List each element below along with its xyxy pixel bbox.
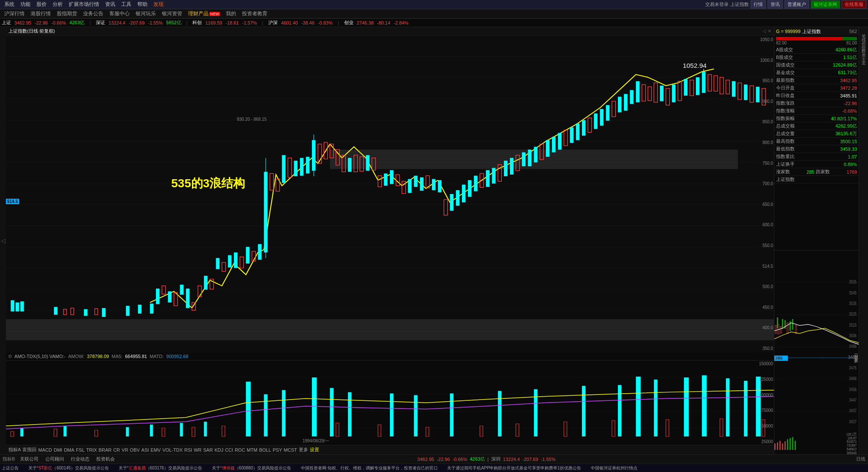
- ind-emv[interactable]: EMV: [150, 447, 161, 453]
- kc-price: 1169.59: [205, 20, 222, 25]
- btn-games[interactable]: 银河玩乐: [133, 10, 159, 17]
- buysell-section: 82.00 81.00: [774, 36, 859, 46]
- close-icon[interactable]: ✕: [768, 28, 771, 34]
- svg-rect-168: [390, 394, 393, 436]
- svg-text:3486: 3486: [848, 355, 857, 360]
- svg-rect-50: [288, 158, 291, 178]
- ind-settings[interactable]: 设置: [310, 447, 319, 453]
- menu-discover[interactable]: 发现: [151, 1, 166, 8]
- ind-sar[interactable]: SAR: [203, 447, 213, 453]
- sz-price: 13224.4: [108, 20, 125, 25]
- line-btn[interactable]: 线: [860, 33, 868, 36]
- row-prev-close: 昨日收盘 3485.91: [774, 92, 859, 100]
- ind-trix[interactable]: TRIX: [86, 447, 97, 453]
- btn-service[interactable]: 客服中心: [107, 10, 132, 17]
- price-btn[interactable]: 价: [860, 36, 868, 40]
- login-status: 交易未登录: [705, 1, 729, 8]
- svg-rect-26: [71, 308, 74, 315]
- ind-obv[interactable]: OBV: [130, 447, 139, 453]
- ind-roc[interactable]: ROC: [235, 447, 245, 453]
- left-arrow-btn[interactable]: ◁: [0, 27, 6, 454]
- account-btn[interactable]: 普通账户: [785, 0, 809, 8]
- industry-dynamics[interactable]: 行业动态: [71, 456, 89, 462]
- ind-cci[interactable]: CCI: [225, 447, 233, 453]
- kc-pct: -1.57%: [242, 20, 257, 25]
- svg-rect-97: [570, 128, 573, 143]
- ind-fsl[interactable]: FSL: [76, 447, 84, 453]
- ind-wr[interactable]: WR: [194, 447, 201, 453]
- investment-opportunity[interactable]: 投资机会: [96, 456, 115, 462]
- btn-assets[interactable]: 银河资管: [159, 10, 185, 17]
- ind-psy[interactable]: PSY: [273, 447, 282, 453]
- btn-shanghai[interactable]: 沪深行情: [2, 10, 27, 17]
- menu-extended[interactable]: 扩展市场行情: [66, 1, 102, 8]
- ind-asi[interactable]: ASI: [142, 447, 149, 453]
- menu-system[interactable]: 系统: [2, 1, 17, 8]
- company-related[interactable]: 关联公司: [20, 456, 39, 462]
- svg-rect-169: [414, 395, 417, 437]
- right-tool-buttons: 笔 线 价 组 数 类 主 走: [859, 27, 868, 454]
- svg-rect-103: [606, 105, 609, 121]
- pen-btn[interactable]: 笔: [860, 29, 868, 32]
- btn-futures[interactable]: 股指期货: [54, 10, 80, 17]
- btn-financial[interactable]: 理财产品NEW: [186, 10, 223, 17]
- btn-hongkong[interactable]: 港股行情: [28, 10, 53, 17]
- main-btn[interactable]: 主: [860, 52, 868, 55]
- bank-btn[interactable]: 银河证券网: [811, 0, 840, 8]
- num-btn[interactable]: 数: [860, 44, 868, 47]
- svg-rect-108: [636, 81, 639, 103]
- group-btn[interactable]: 组: [860, 40, 868, 44]
- svg-rect-104: [612, 101, 615, 117]
- svg-rect-113: [666, 89, 669, 105]
- svg-rect-203: [790, 438, 791, 450]
- btn-mine[interactable]: 我的: [223, 10, 239, 17]
- info-btn[interactable]: 资讯: [768, 0, 783, 8]
- ind-mtm[interactable]: MTM: [247, 447, 257, 453]
- market-btn[interactable]: 行情: [751, 0, 766, 8]
- ind-cr[interactable]: CR: [113, 447, 120, 453]
- second-toolbar: 沪深行情 港股行情 股指期货 业务公告 客服中心 银河玩乐 银河资管 理财产品N…: [0, 9, 868, 19]
- svg-rect-110: [648, 87, 651, 101]
- ind-boll[interactable]: BOLL: [259, 447, 271, 453]
- svg-rect-172: [534, 389, 537, 436]
- menu-info[interactable]: 资讯: [103, 1, 118, 8]
- svg-rect-191: [796, 325, 797, 333]
- ind-voltdx[interactable]: VOL-TDX: [162, 447, 183, 453]
- svg-rect-194: [785, 320, 786, 329]
- ind-vr[interactable]: VR: [122, 447, 128, 453]
- ind-dmi[interactable]: DMI: [54, 447, 62, 453]
- online-btn[interactable]: 在线客服: [842, 0, 866, 8]
- svg-rect-146: [336, 423, 339, 436]
- menu-stockprice[interactable]: 股价: [34, 1, 49, 8]
- svg-rect-43: [246, 247, 249, 264]
- type-btn[interactable]: 类: [860, 48, 868, 51]
- ma5-val: 664955.81: [125, 354, 147, 359]
- menu-analysis[interactable]: 分析: [50, 1, 65, 8]
- row-low: 最低指数 3459.33: [774, 145, 859, 153]
- svg-rect-107: [630, 90, 633, 104]
- menu-tools[interactable]: 工具: [119, 1, 134, 8]
- svg-text:3486: 3486: [775, 356, 783, 361]
- ind-mcst[interactable]: MCST: [284, 447, 297, 453]
- ind-rsi[interactable]: RSI: [184, 447, 192, 453]
- amo-tdx-label: AMO-TDX(5,10) VAMO:-: [14, 354, 66, 359]
- svg-rect-46: [264, 172, 267, 253]
- walk-btn[interactable]: 走: [860, 56, 868, 59]
- svg-rect-53: [306, 157, 309, 173]
- svg-rect-173: [582, 386, 585, 436]
- ind-more[interactable]: 更多: [299, 447, 308, 453]
- ind-macd[interactable]: MACD: [38, 447, 52, 453]
- company-advisor[interactable]: 公司顾问: [45, 456, 64, 462]
- menu-function[interactable]: 功能: [18, 1, 33, 8]
- chart-header: 上证指数(日线·前复权) ◁ ✕: [6, 27, 774, 36]
- svg-rect-23: [138, 305, 141, 314]
- btn-investor-edu[interactable]: 投资者教育: [239, 10, 270, 17]
- ind-brar[interactable]: BRAR: [99, 447, 112, 453]
- minimize-icon[interactable]: ◁: [762, 28, 766, 34]
- ind-dma[interactable]: DMA: [64, 447, 74, 453]
- menu-help[interactable]: 帮助: [135, 1, 150, 8]
- ind-kdj[interactable]: KDJ: [214, 447, 223, 453]
- svg-rect-16: [11, 300, 14, 311]
- btn-announcement[interactable]: 业务公告: [81, 10, 106, 17]
- svg-rect-19: [54, 307, 57, 314]
